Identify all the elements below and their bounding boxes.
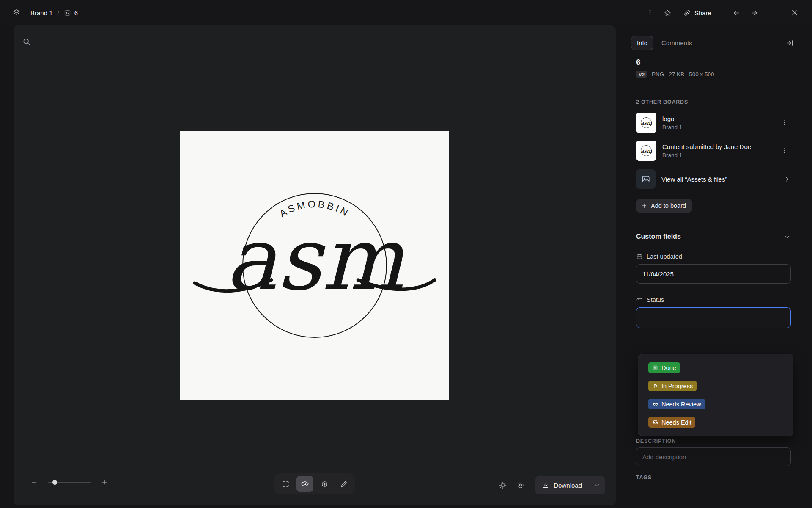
kebab-icon: [646, 9, 654, 17]
canvas-search-button[interactable]: [22, 37, 31, 46]
arrow-left-icon: [732, 9, 741, 17]
svg-text:asm: asm: [641, 148, 652, 154]
status-label: Status: [647, 296, 664, 303]
link-icon: [683, 9, 691, 17]
breadcrumb-asset-label: 6: [74, 9, 78, 17]
next-asset-button[interactable]: [747, 6, 761, 20]
breadcrumb-separator: /: [58, 9, 59, 17]
board-subtitle: Brand 1: [662, 124, 682, 130]
breadcrumb: Brand 1 / 6: [30, 9, 78, 17]
status-option-label: Done: [661, 364, 676, 371]
star-icon: [664, 9, 672, 17]
board-row[interactable]: asm Content submitted by Jane Doe Brand …: [636, 141, 791, 161]
asset-size: 27 KB: [669, 71, 684, 77]
status-option-in-progress[interactable]: In Progress: [642, 377, 790, 395]
zoom-slider-knob[interactable]: [52, 480, 57, 485]
check-icon: [652, 364, 658, 371]
search-icon: [22, 37, 31, 46]
collapse-right-icon: [786, 39, 794, 47]
image-icon: [64, 9, 71, 17]
board-text: logo Brand 1: [662, 115, 682, 130]
add-to-board-button[interactable]: Add to board: [636, 199, 692, 213]
status-option-needs-edit[interactable]: Needs Edit: [642, 413, 790, 431]
status-input[interactable]: [636, 307, 791, 328]
fullscreen-button[interactable]: [277, 476, 294, 492]
eye-icon: [301, 480, 309, 488]
board-menu-button[interactable]: [778, 116, 791, 129]
last-updated-label: Last updated: [647, 253, 682, 260]
chevron-down-icon: [594, 482, 600, 489]
eyes-icon: [652, 401, 658, 407]
asset-title: 6: [636, 58, 791, 67]
download-button[interactable]: Download: [535, 476, 589, 494]
status-option-label: Needs Edit: [661, 419, 691, 426]
share-label: Share: [694, 9, 711, 17]
zoom-slider[interactable]: [48, 482, 91, 483]
kebab-icon: [781, 147, 788, 154]
close-icon: [791, 9, 798, 17]
status-badge: In Progress: [648, 381, 697, 391]
breadcrumb-board[interactable]: Brand 1: [30, 9, 53, 17]
zoom-controls: [27, 475, 112, 489]
status-option-label: Needs Review: [661, 401, 701, 408]
inbox-icon: [652, 419, 658, 425]
status-option-label: In Progress: [661, 383, 693, 389]
download-label: Download: [554, 482, 582, 489]
board-thumbnail: asm: [636, 113, 656, 133]
view-all-row[interactable]: View all “Assets & files”: [636, 169, 791, 189]
zoom-in-button[interactable]: [97, 475, 112, 489]
minus-icon: [31, 479, 38, 486]
asset-dimensions: 500 x 500: [689, 71, 714, 77]
preview-mode-button[interactable]: [296, 476, 313, 492]
brightness-button[interactable]: [496, 478, 510, 492]
download-split-button: Download: [535, 476, 605, 494]
previous-asset-button[interactable]: [729, 6, 743, 20]
chevron-down-icon: [784, 233, 791, 240]
board-title: logo: [662, 115, 682, 122]
tab-comments[interactable]: Comments: [656, 36, 698, 50]
download-icon: [542, 482, 549, 489]
sidebar-tabs: Info Comments: [631, 36, 791, 50]
board-menu-button[interactable]: [778, 144, 791, 157]
zoom-out-button[interactable]: [27, 475, 41, 489]
custom-fields-title: Custom fields: [636, 233, 681, 240]
board-thumbnail: asm: [636, 141, 656, 161]
version-badge[interactable]: V2: [636, 71, 647, 78]
custom-fields-header[interactable]: Custom fields: [636, 233, 791, 240]
status-badge: Needs Edit: [648, 417, 695, 428]
annotation-button[interactable]: [316, 476, 333, 492]
last-updated-input[interactable]: [636, 264, 791, 284]
status-option-needs-review[interactable]: Needs Review: [642, 395, 790, 413]
asset-preview: ASMOBBIN asm: [180, 131, 449, 400]
plus-icon: [641, 202, 647, 209]
markup-button[interactable]: [335, 476, 352, 492]
calendar-icon: [636, 253, 643, 260]
share-button[interactable]: Share: [678, 6, 716, 19]
breadcrumb-asset[interactable]: 6: [64, 9, 78, 17]
field-icon: [636, 296, 643, 303]
tags-heading: TAGS: [636, 475, 791, 480]
tab-info[interactable]: Info: [631, 36, 653, 50]
download-options-button[interactable]: [589, 476, 605, 494]
sun-icon: [499, 481, 507, 489]
info-sidebar: Info Comments 6 V2 PNG 27 KB 500 x 500 2…: [619, 25, 812, 508]
arrow-right-icon: [750, 9, 758, 17]
canvas-right-controls: Download: [496, 476, 605, 494]
asset-meta: V2 PNG 27 KB 500 x 500: [636, 71, 791, 78]
board-subtitle: Brand 1: [662, 152, 751, 158]
description-input[interactable]: [636, 447, 791, 466]
status-badge: Needs Review: [648, 399, 705, 409]
more-options-button[interactable]: [643, 6, 657, 20]
add-to-board-label: Add to board: [651, 202, 686, 209]
collapse-panel-button[interactable]: [782, 36, 797, 50]
favorite-button[interactable]: [661, 6, 675, 20]
board-text: Content submitted by Jane Doe Brand 1: [662, 143, 751, 158]
status-option-done[interactable]: Done: [642, 359, 790, 377]
status-dropdown: Done In Progress Needs Review: [638, 354, 793, 436]
board-row[interactable]: asm logo Brand 1: [636, 113, 791, 133]
canvas-toolbar: [274, 473, 355, 494]
workspace-button[interactable]: [9, 6, 24, 20]
expand-icon: [282, 480, 290, 488]
close-button[interactable]: [787, 6, 802, 20]
settings-button[interactable]: [513, 478, 528, 492]
